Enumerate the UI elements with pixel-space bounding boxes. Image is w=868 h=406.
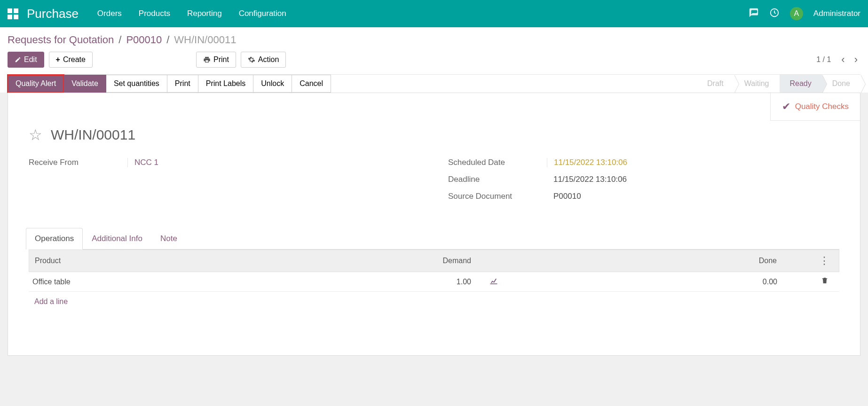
nav-configuration[interactable]: Configuration	[239, 9, 286, 18]
quality-alert-button[interactable]: Quality Alert	[8, 75, 64, 93]
breadcrumb-sep: /	[166, 34, 169, 46]
tab-additional-info[interactable]: Additional Info	[83, 228, 151, 250]
edit-label: Edit	[24, 55, 37, 64]
stage-ready[interactable]: Ready	[780, 75, 822, 93]
breadcrumb-current: WH/IN/00011	[174, 34, 236, 46]
receive-from-label: Receive From	[29, 158, 127, 167]
delete-row-icon[interactable]	[814, 277, 836, 287]
stage-waiting[interactable]: Waiting	[734, 75, 780, 93]
add-line-button[interactable]: Add a line	[29, 292, 839, 312]
messages-icon[interactable]	[749, 8, 759, 20]
forecast-icon[interactable]	[480, 277, 508, 287]
plus-icon: +	[56, 55, 60, 64]
create-label: Create	[63, 55, 86, 64]
grid-header: Product Demand Done ⋮	[29, 250, 839, 272]
top-nav: Purchase Orders Products Reporting Confi…	[0, 0, 868, 27]
module-name[interactable]: Purchase	[27, 7, 79, 21]
header-demand: Demand	[202, 255, 480, 267]
breadcrumb-root[interactable]: Requests for Quotation	[8, 34, 114, 46]
nav-reporting[interactable]: Reporting	[187, 9, 222, 18]
check-icon: ✔	[782, 101, 790, 113]
scheduled-date-label: Scheduled Date	[448, 158, 547, 167]
form-sheet: ✔ Quality Checks ☆ WH/IN/00011 Receive F…	[8, 93, 860, 356]
nav-products[interactable]: Products	[139, 9, 170, 18]
clock-icon[interactable]	[769, 8, 780, 20]
quality-checks-label: Quality Checks	[795, 102, 849, 111]
breadcrumb: Requests for Quotation / P00010 / WH/IN/…	[8, 34, 860, 46]
gear-icon	[248, 56, 255, 63]
user-name[interactable]: Administrator	[813, 9, 860, 18]
breadcrumb-parent[interactable]: P00010	[126, 34, 162, 46]
cell-product: Office table	[32, 278, 202, 286]
tab-note[interactable]: Note	[151, 228, 186, 250]
print-icon	[203, 56, 211, 63]
create-button[interactable]: + Create	[49, 52, 93, 68]
print-label: Print	[213, 55, 229, 64]
stage-draft[interactable]: Draft	[697, 75, 734, 93]
action-label: Action	[258, 55, 279, 64]
source-doc-label: Source Document	[448, 192, 547, 201]
table-row[interactable]: Office table 1.00 0.00	[29, 272, 839, 292]
validate-button[interactable]: Validate	[64, 75, 106, 93]
cell-demand: 1.00	[202, 278, 480, 286]
source-doc-value: P00010	[547, 192, 581, 201]
header-done: Done	[508, 255, 785, 267]
edit-button[interactable]: Edit	[8, 52, 44, 68]
header-product: Product	[33, 255, 202, 267]
pager-next[interactable]: ›	[852, 54, 860, 66]
breadcrumb-sep: /	[118, 34, 121, 46]
column-options-icon[interactable]: ⋮	[813, 255, 835, 267]
quality-checks-button[interactable]: ✔ Quality Checks	[771, 93, 860, 120]
receive-from-value[interactable]: NCC 1	[127, 158, 158, 167]
deadline-label: Deadline	[448, 175, 547, 184]
deadline-value: 11/15/2022 13:10:06	[547, 175, 627, 184]
status-bar: Quality Alert Validate Set quantities Pr…	[8, 74, 860, 93]
cell-done: 0.00	[508, 278, 786, 286]
cancel-button[interactable]: Cancel	[292, 75, 331, 93]
avatar[interactable]: A	[790, 7, 803, 20]
nav-orders[interactable]: Orders	[97, 9, 122, 18]
set-quantities-button[interactable]: Set quantities	[106, 75, 167, 93]
unlock-button[interactable]: Unlock	[253, 75, 292, 93]
pager-text: 1 / 1	[816, 55, 831, 64]
print-labels-button[interactable]: Print Labels	[198, 75, 254, 93]
operations-grid: Product Demand Done ⋮ Office table 1.00 …	[29, 250, 839, 312]
apps-icon[interactable]	[8, 8, 18, 19]
pager-prev[interactable]: ‹	[838, 54, 847, 66]
star-icon[interactable]: ☆	[29, 126, 42, 144]
tab-operations[interactable]: Operations	[26, 228, 83, 250]
action-button[interactable]: Action	[241, 52, 286, 68]
tabs: Operations Additional Info Note	[26, 227, 839, 250]
stage-done[interactable]: Done	[822, 75, 860, 93]
print-button[interactable]: Print	[196, 52, 236, 68]
pencil-icon	[15, 56, 21, 63]
scheduled-date-value: 11/15/2022 13:10:06	[547, 158, 627, 167]
control-panel: Requests for Quotation / P00010 / WH/IN/…	[0, 27, 868, 93]
print2-button[interactable]: Print	[167, 75, 198, 93]
record-title: WH/IN/00011	[51, 127, 135, 143]
